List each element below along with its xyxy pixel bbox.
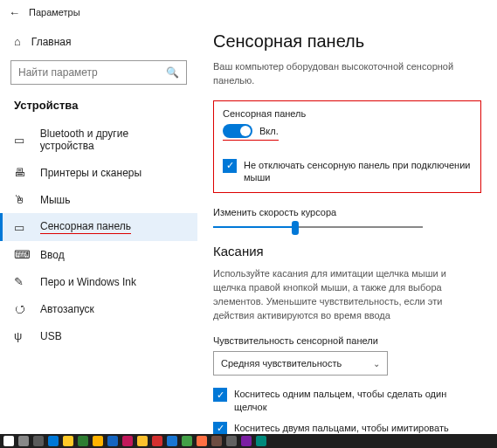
- touches-desc: Используйте касания для имитации щелчка …: [213, 267, 481, 323]
- keep-on-label: Не отключать сенсорную панель при подклю…: [244, 159, 472, 184]
- sidebar-item-pen[interactable]: ✎ Перо и Windows Ink: [0, 268, 197, 295]
- chevron-down-icon: ⌄: [373, 359, 380, 369]
- slider-fill: [213, 226, 297, 228]
- nav-label: Мышь: [40, 194, 71, 206]
- taskbar-app-icon[interactable]: [152, 436, 162, 446]
- nav-label: USB: [40, 330, 62, 342]
- sidebar-item-touchpad[interactable]: ▭ Сенсорная панель: [0, 213, 197, 241]
- window-title: Параметры: [29, 7, 80, 17]
- nav-label: Bluetooth и другие устройства: [40, 128, 183, 152]
- tap-two-label: Коснитесь двумя пальцами, чтобы имитиров…: [234, 422, 481, 434]
- touches-heading: Касания: [213, 244, 481, 258]
- nav-label: Сенсорная панель: [40, 220, 131, 234]
- home-link[interactable]: ⌂ Главная: [0, 30, 197, 53]
- home-icon: ⌂: [14, 35, 21, 48]
- taskbar-app-icon[interactable]: [107, 436, 118, 446]
- taskbar-app-icon[interactable]: [256, 436, 266, 446]
- usb-icon: ψ: [14, 329, 31, 342]
- slider-thumb[interactable]: [292, 221, 299, 235]
- tap-one-checkbox[interactable]: ✓: [213, 388, 227, 402]
- autoplay-icon: ⭯: [14, 302, 31, 315]
- keyboard-icon: ⌨: [14, 248, 31, 261]
- sidebar-item-typing[interactable]: ⌨ Ввод: [0, 241, 197, 268]
- page-title: Сенсорная панель: [213, 31, 481, 52]
- printer-icon: 🖶: [14, 166, 31, 179]
- sidebar-item-usb[interactable]: ψ USB: [0, 322, 197, 349]
- search-input[interactable]: 🔍: [10, 60, 187, 85]
- titlebar: ← Параметры: [0, 0, 497, 24]
- touchpad-toggle[interactable]: [223, 124, 252, 138]
- category-header: Устройства: [0, 93, 197, 121]
- highlight-box: Сенсорная панель Вкл. ✓ Не отключать сен…: [213, 100, 481, 194]
- taskbar-app-icon[interactable]: [197, 436, 207, 446]
- nav-label: Принтеры и сканеры: [40, 167, 142, 179]
- taskbar-app-icon[interactable]: [241, 436, 252, 446]
- touchpad-icon: ▭: [14, 221, 31, 234]
- taskbar-app-icon[interactable]: [137, 436, 148, 446]
- sensitivity-dropdown[interactable]: Средняя чувствительность ⌄: [213, 351, 388, 376]
- pen-icon: ✎: [14, 275, 31, 288]
- tap-one-label: Коснитесь одним пальцем, чтобы сделать о…: [234, 388, 481, 413]
- home-label: Главная: [31, 36, 72, 48]
- mouse-icon: 🖱: [14, 193, 31, 206]
- taskbar-app-icon[interactable]: [211, 436, 222, 446]
- taskbar-app-icon[interactable]: [122, 436, 133, 446]
- sidebar-item-bluetooth[interactable]: ▭ Bluetooth и другие устройства: [0, 121, 197, 159]
- taskbar-app-icon[interactable]: [3, 436, 14, 446]
- sidebar-item-mouse[interactable]: 🖱 Мышь: [0, 186, 197, 213]
- taskbar-app-icon[interactable]: [48, 436, 59, 446]
- cursor-speed-label: Изменить скорость курсора: [213, 207, 481, 217]
- taskbar-app-icon[interactable]: [63, 436, 73, 446]
- dropdown-value: Средняя чувствительность: [221, 358, 342, 369]
- taskbar-app-icon[interactable]: [226, 436, 237, 446]
- taskbar-app-icon[interactable]: [167, 436, 177, 446]
- back-icon[interactable]: ←: [9, 6, 20, 19]
- touchpad-label: Сенсорная панель: [223, 108, 472, 119]
- sidebar-item-printers[interactable]: 🖶 Принтеры и сканеры: [0, 159, 197, 186]
- equip-text: Ваш компьютер оборудован высокоточной се…: [213, 60, 481, 88]
- nav-label: Ввод: [40, 249, 65, 261]
- taskbar-app-icon[interactable]: [33, 436, 44, 446]
- taskbar-app-icon[interactable]: [78, 436, 88, 446]
- taskbar-app-icon[interactable]: [93, 436, 103, 446]
- taskbar[interactable]: [0, 434, 497, 448]
- sidebar-item-autoplay[interactable]: ⭯ Автозапуск: [0, 295, 197, 322]
- search-icon: 🔍: [166, 66, 179, 79]
- taskbar-app-icon[interactable]: [18, 436, 29, 446]
- nav-label: Перо и Windows Ink: [40, 276, 136, 288]
- sensitivity-label: Чувствительность сенсорной панели: [213, 335, 481, 346]
- nav-label: Автозапуск: [40, 303, 94, 315]
- taskbar-app-icon[interactable]: [182, 436, 192, 446]
- toggle-state: Вкл.: [259, 126, 279, 136]
- tap-two-checkbox[interactable]: ✓: [213, 422, 227, 434]
- main-panel: Сенсорная панель Ваш компьютер оборудова…: [197, 24, 497, 434]
- search-field[interactable]: [18, 66, 166, 79]
- keep-on-checkbox[interactable]: ✓: [223, 159, 237, 173]
- cursor-speed-slider[interactable]: [213, 226, 423, 228]
- bluetooth-icon: ▭: [14, 134, 31, 147]
- sidebar: ⌂ Главная 🔍 Устройства ▭ Bluetooth и дру…: [0, 24, 197, 434]
